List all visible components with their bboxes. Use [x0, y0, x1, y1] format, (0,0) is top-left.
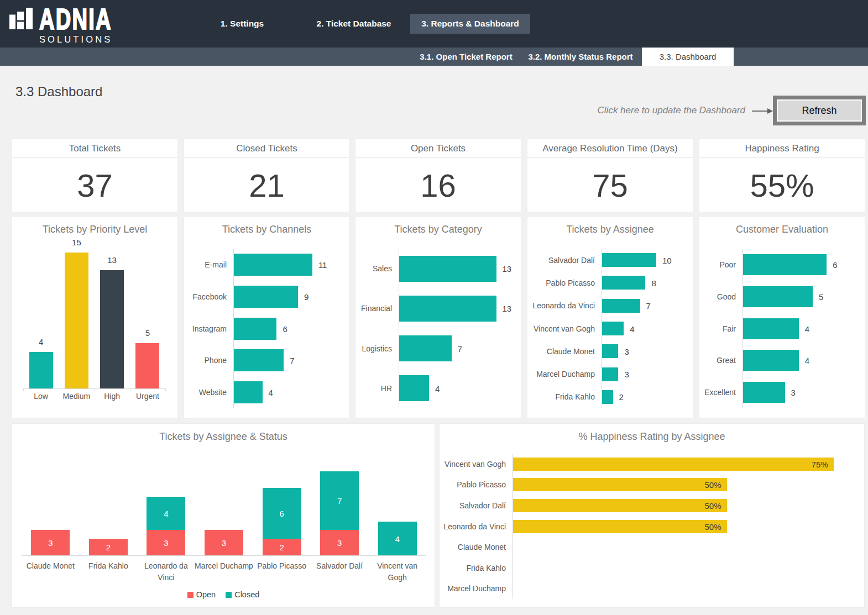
chart-card-priority: Tickets by Priority Level4Low15Medium13H…	[12, 216, 178, 418]
segment-value-label: 3	[31, 538, 70, 548]
bar-value-label: 4	[269, 388, 273, 397]
category-label: Leonardo daVinci	[135, 560, 196, 584]
legend-label: Closed	[234, 590, 259, 599]
hbar-bar	[399, 375, 429, 401]
hbar-bar	[234, 286, 298, 308]
kpi-card: Happiness Rating55%	[699, 139, 865, 212]
nav-item-ticket-database[interactable]: 2. Ticket Database	[317, 0, 391, 48]
chart-title: Tickets by Priority Level	[12, 224, 177, 235]
category-label: Vincent van Gogh	[527, 324, 595, 333]
category-label-line: Gogh	[367, 572, 428, 584]
chart-card-assignee-status: Tickets by Assignee & Status3Claude Mone…	[12, 423, 435, 608]
bar-value-label: 6	[283, 324, 287, 334]
nav-item-settings[interactable]: 1. Settings	[221, 0, 264, 48]
segment-value-label: 3	[147, 538, 185, 548]
category-label: Logistics	[355, 344, 392, 353]
bar-value-label: 3	[624, 347, 629, 356]
category-label: Good	[699, 292, 736, 301]
refresh-button[interactable]: Refresh	[773, 96, 866, 125]
segment-value-label: 3	[320, 538, 359, 548]
hbar-bar	[513, 458, 834, 471]
hbar-bar	[399, 296, 496, 322]
kpi-card: Closed Tickets21	[184, 139, 350, 212]
chart-card-channels: Tickets by Channels11E-mail9Facebook6Ins…	[184, 216, 350, 418]
brand-name: ADNIA	[39, 6, 139, 33]
bar-value-label: 2	[619, 392, 624, 402]
kpi-card-value: 37	[12, 159, 177, 212]
bar-value-label: 11	[318, 260, 327, 270]
category-label: Great	[699, 356, 736, 365]
brand-subtitle: SOLUTIONS	[39, 34, 112, 45]
segment-value-label: 4	[378, 534, 417, 544]
category-label: Fair	[699, 324, 736, 333]
chart-title: % Happiness Rating by Assignee	[440, 431, 864, 443]
axis-tick	[130, 388, 130, 391]
category-label: Leonardo da Vinci	[527, 301, 595, 310]
category-label: Leonardo da Vinci	[440, 522, 506, 531]
category-label: Frida Kahlo	[527, 392, 595, 401]
category-label: Urgent	[127, 392, 169, 401]
kpi-card-title: Closed Tickets	[184, 139, 349, 158]
kpi-card-title: Total Tickets	[12, 139, 177, 158]
hbar-bar	[743, 286, 813, 307]
hbar-bar	[234, 254, 312, 276]
segment-value-label: 2	[89, 543, 128, 552]
kpi-card-value: 16	[355, 159, 521, 212]
subnav-item-monthly-status-report[interactable]: 3.2. Monthly Status Report	[528, 48, 632, 66]
legend-item-closed: Closed	[226, 590, 259, 599]
category-label: Phone	[184, 356, 227, 365]
hbar-bar	[234, 349, 284, 371]
category-label: Vincent van Gogh	[440, 460, 506, 469]
hbar-bar	[602, 299, 640, 313]
bar-value-label: 9	[304, 292, 308, 302]
chart-card-happiness: % Happiness Rating by Assignee75%Vincent…	[439, 423, 865, 608]
subnav-item-dashboard-active[interactable]: 3.3. Dashboard	[642, 48, 734, 66]
kpi-card-title: Average Resolution Time (Days)	[527, 139, 693, 158]
axis-tick	[59, 388, 59, 391]
chart-title: Tickets by Assignee & Status	[12, 431, 435, 443]
subnav-item-open-ticket-report[interactable]: 3.1. Open Ticket Report	[420, 48, 512, 66]
kpi-card-value: 55%	[699, 159, 865, 212]
column-bar	[65, 253, 88, 388]
category-label: Pablo Picasso	[252, 560, 312, 572]
bar-value-label: 13	[503, 304, 512, 313]
bar-value-label: 13	[96, 255, 129, 265]
page-title: 3.3 Dashboard	[15, 84, 102, 99]
category-label: Salvador Dalí	[527, 256, 595, 265]
bar-value-label: 7	[290, 356, 294, 365]
category-label: Pablo Picasso	[527, 278, 595, 287]
category-label-line: Claude Monet	[20, 560, 81, 572]
bar-value-label: 10	[662, 256, 672, 265]
legend-swatch-open	[187, 592, 194, 598]
legend-swatch-closed	[226, 592, 232, 598]
bar-value-label: 4	[435, 384, 440, 393]
bar-value-label: 4	[630, 324, 634, 334]
category-label: Website	[184, 388, 227, 397]
bar-value-label: 13	[503, 264, 512, 274]
category-label: Marcel Duchamp	[527, 370, 595, 379]
segment-value-label: 2	[263, 543, 301, 552]
bar-value-label: 4	[805, 324, 809, 334]
category-label-line: Marcel Duchamp	[194, 560, 254, 572]
category-label: Pablo Picasso	[440, 480, 506, 489]
bar-value-label: 8	[651, 278, 656, 288]
hbar-bar	[743, 318, 799, 339]
bar-value-label: 50%	[683, 501, 721, 511]
chart-title: Tickets by Assignee	[527, 224, 693, 235]
kpi-card: Open Tickets16	[355, 139, 521, 212]
chart-card-category: Tickets by Category13Sales13Financial7Lo…	[355, 216, 521, 418]
chart-title: Customer Evaluation	[699, 224, 865, 235]
hbar-bar	[234, 381, 263, 403]
category-label: Claude Monet	[527, 347, 595, 356]
category-label: Excellent	[699, 388, 736, 397]
category-label: Salvador Dalí	[440, 501, 506, 510]
bar-value-label: 4	[805, 356, 809, 365]
nav-item-reports-dashboard[interactable]: 3. Reports & Dashboard	[410, 14, 530, 34]
logo-bars-icon	[9, 8, 33, 29]
bar-value-label: 50%	[683, 522, 721, 532]
category-label: Financial	[355, 304, 392, 313]
hbar-bar	[602, 253, 656, 267]
category-label: Marcel Duchamp	[194, 560, 254, 572]
legend-label: Open	[196, 590, 216, 599]
top-navbar: ADNIA SOLUTIONS 1. Settings 2. Ticket Da…	[0, 0, 868, 48]
